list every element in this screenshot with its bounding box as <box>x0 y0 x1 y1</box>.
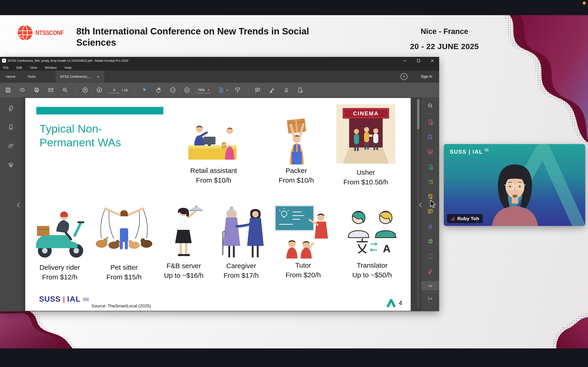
zoom-in-button[interactable] <box>182 85 192 95</box>
menu-help[interactable]: Help <box>65 66 71 69</box>
document-viewport[interactable]: Typical Non- Permanent WAs <box>22 97 422 311</box>
email-button[interactable] <box>46 85 56 95</box>
fit-page-button[interactable] <box>216 85 226 95</box>
menu-window[interactable]: Window <box>45 66 57 69</box>
tab-home[interactable]: Home <box>0 71 21 83</box>
fill-sign-icon <box>427 223 433 230</box>
hand-tool-button[interactable] <box>154 85 163 95</box>
toolbar-divider <box>76 86 76 94</box>
share-pdf-icon <box>427 164 433 170</box>
highlight-tool-button[interactable] <box>267 85 277 95</box>
paperclip-icon <box>8 143 14 149</box>
tab-document[interactable]: NTSS Conference_... <box>56 71 104 83</box>
minimize-button[interactable] <box>398 57 412 64</box>
zoom-out-button[interactable] <box>168 85 178 95</box>
select-tool-button[interactable] <box>139 85 149 95</box>
page-up-icon <box>82 87 88 93</box>
delivery-rider-illustration <box>30 203 90 260</box>
print-button[interactable] <box>32 85 41 95</box>
comment-tool-button[interactable] <box>253 85 262 95</box>
webcam-panel[interactable]: SUSS | IAL Ruby <box>444 144 585 226</box>
audio-level-icon <box>451 216 455 221</box>
share-upload-button[interactable] <box>17 85 27 95</box>
export-pdf-button[interactable] <box>425 132 436 142</box>
zoom-in-icon <box>184 87 190 93</box>
job-packer: Packer From $10/h <box>259 115 333 186</box>
job-translator: A Translator Up to ~$50/h <box>341 202 403 283</box>
layers-button[interactable] <box>6 160 16 170</box>
attachments-button[interactable] <box>6 141 16 151</box>
open-tools-panel-button[interactable] <box>422 292 439 305</box>
tutor-illustration <box>272 202 334 259</box>
close-button[interactable] <box>425 57 439 64</box>
tab-close-icon[interactable] <box>97 75 100 78</box>
print-production-button[interactable] <box>425 236 436 247</box>
status-dot <box>583 2 586 5</box>
protect-pdf-button[interactable] <box>425 251 436 261</box>
fb-server-illustration <box>164 202 204 260</box>
comment-icon <box>254 87 261 93</box>
chevron-down-icon[interactable]: ▾ <box>227 89 228 92</box>
print-sparkle-icon <box>427 238 433 244</box>
sign-in-button[interactable]: Sign In <box>421 75 432 79</box>
toolbar-divider <box>248 86 249 94</box>
combine-files-button[interactable] <box>425 176 436 187</box>
fill-sign-tool-button[interactable] <box>281 85 291 95</box>
window-title: NTSS Conference_WA, prody, Emp health v2… <box>8 59 128 62</box>
translator-illustration: A <box>343 202 401 256</box>
job-delivery-rider: Delivery rider From $12/h <box>27 203 92 284</box>
meeting-screen: NTSSCONF 8th International Conference on… <box>0 0 588 367</box>
menu-edit[interactable]: Edit <box>16 66 22 69</box>
hand-icon <box>156 87 162 93</box>
hide-toolbar-button[interactable] <box>233 85 242 95</box>
share-pdf-button[interactable] <box>425 161 436 172</box>
next-page-button[interactable] <box>95 85 104 95</box>
printer-icon <box>34 87 40 93</box>
edit-pdf-tool-button[interactable] <box>295 85 305 95</box>
pet-sitter-illustration <box>92 203 156 259</box>
usher-illustration: CINEMA <box>336 104 396 164</box>
menu-file[interactable]: File <box>3 66 9 69</box>
decor-bottom-right <box>530 313 588 348</box>
acrobat-menubar: File Edit View Window Help <box>0 64 439 71</box>
acrobat-titlebar[interactable]: A NTSS Conference_WA, prody, Emp health … <box>0 57 439 64</box>
job-retail-assistant: Retail assistant From $10/h <box>172 120 255 189</box>
maximize-button[interactable] <box>412 57 425 64</box>
page-number-input[interactable] <box>109 87 120 93</box>
pages-icon <box>8 105 14 111</box>
conference-location: Nice - France <box>406 27 482 36</box>
search-icon <box>62 87 68 93</box>
zoom-pan-icon <box>427 103 433 109</box>
rail-divider <box>426 113 435 114</box>
pointer-icon <box>141 87 147 93</box>
zoom-out-icon <box>170 87 176 93</box>
caregiver-illustration <box>211 202 271 260</box>
page-thumbnails-button[interactable] <box>6 103 16 113</box>
scrollbar-thumb[interactable] <box>417 99 419 129</box>
more-tools-button[interactable] <box>422 281 439 290</box>
tab-tools[interactable]: Tools <box>21 71 42 83</box>
search-button[interactable] <box>60 85 70 95</box>
acrobat-app-icon: A <box>2 59 6 63</box>
job-tutor: Tutor From $20/h <box>272 202 334 283</box>
zoom-level-select[interactable]: 76% ▾ <box>196 87 211 93</box>
decor-top-right <box>492 15 588 148</box>
bookmarks-button[interactable] <box>6 122 16 132</box>
combine-files-icon <box>427 179 433 185</box>
edit-pdf-button[interactable] <box>425 147 436 157</box>
conference-location-block: Nice - France 20 - 22 JUNE 2025 <box>406 27 482 51</box>
create-pdf-button[interactable] <box>425 117 436 127</box>
packer-illustration <box>264 115 329 165</box>
minimize-icon <box>402 58 408 64</box>
menu-view[interactable]: View <box>30 66 37 69</box>
marquee-zoom-button[interactable] <box>425 100 436 111</box>
save-button[interactable] <box>3 85 13 95</box>
redact-button[interactable] <box>425 266 436 276</box>
fountain-pen-icon <box>283 87 289 93</box>
help-button[interactable]: ? <box>401 73 407 80</box>
previous-page-button[interactable] <box>80 85 90 95</box>
fit-page-icon <box>218 87 224 93</box>
collapse-left-panel-button[interactable] <box>17 202 20 208</box>
page-edit-icon <box>297 87 303 93</box>
fill-sign-panel-button[interactable] <box>425 221 436 232</box>
